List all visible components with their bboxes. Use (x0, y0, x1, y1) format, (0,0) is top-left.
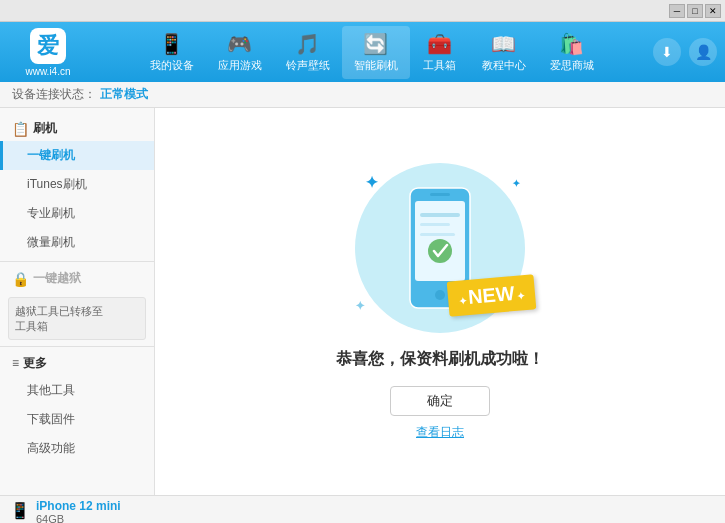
sidebar-item-save-flash[interactable]: 微量刷机 (0, 228, 154, 257)
title-bar: ─ □ ✕ (0, 0, 725, 22)
nav-store-label: 爱思商城 (550, 58, 594, 73)
lock-notice-text: 越狱工具已转移至 工具箱 (15, 304, 139, 335)
download-firmware-label: 下载固件 (27, 412, 75, 426)
jailbreak-lock-notice: 越狱工具已转移至 工具箱 (8, 297, 146, 340)
status-bar: 设备连接状态： 正常模式 (0, 82, 725, 108)
tutorial-icon: 📖 (491, 32, 516, 56)
smart-flash-icon: 🔄 (363, 32, 388, 56)
nav-apps-games-label: 应用游戏 (218, 58, 262, 73)
nav-wallpaper[interactable]: 🎵 铃声壁纸 (274, 26, 342, 79)
device-name: iPhone 12 mini (36, 499, 125, 513)
content-area: ✦ ✦ ✦ (155, 108, 725, 495)
svg-rect-6 (420, 233, 455, 236)
device-storage: 64GB (36, 513, 125, 523)
logo-icon: 爱 (30, 28, 66, 64)
sidebar-item-pro-flash[interactable]: 专业刷机 (0, 199, 154, 228)
new-badge: NEW (447, 274, 536, 316)
more-section-title: 更多 (23, 355, 47, 372)
other-tools-label: 其他工具 (27, 383, 75, 397)
flash-section-icon: 📋 (12, 121, 29, 137)
toolbox-icon: 🧰 (427, 32, 452, 56)
svg-rect-4 (420, 213, 460, 217)
nav-right-buttons: ⬇ 👤 (653, 38, 717, 66)
sparkle-tr: ✦ (512, 178, 520, 189)
window-controls: ─ □ ✕ (669, 4, 721, 18)
itunes-flash-label: iTunes刷机 (27, 177, 87, 191)
illustration: ✦ ✦ ✦ (355, 163, 525, 333)
sidebar-item-download-firmware[interactable]: 下载固件 (0, 405, 154, 434)
nav-items: 📱 我的设备 🎮 应用游戏 🎵 铃声壁纸 🔄 智能刷机 🧰 工具箱 📖 教程中心… (98, 26, 645, 79)
sidebar-divider-1 (0, 261, 154, 262)
sidebar-item-one-key-flash[interactable]: 一键刷机 (0, 141, 154, 170)
sidebar-item-itunes-flash[interactable]: iTunes刷机 (0, 170, 154, 199)
jailbreak-section-title: 一键越狱 (33, 270, 81, 287)
nav-store[interactable]: 🛍️ 爱思商城 (538, 26, 606, 79)
advanced-label: 高级功能 (27, 441, 75, 455)
nav-my-device-label: 我的设备 (150, 58, 194, 73)
one-key-flash-label: 一键刷机 (27, 148, 75, 162)
sidebar-divider-2 (0, 346, 154, 347)
status-label: 设备连接状态： (12, 86, 96, 103)
save-flash-label: 微量刷机 (27, 235, 75, 249)
nav-smart-flash[interactable]: 🔄 智能刷机 (342, 26, 410, 79)
sidebar-section-jailbreak: 🔒 一键越狱 (0, 266, 154, 291)
logo[interactable]: 爱 www.i4.cn (8, 28, 88, 77)
logo-url: www.i4.cn (25, 66, 70, 77)
device-details: iPhone 12 mini 64GB Down-12mini-13,1 (36, 499, 125, 523)
nav-tutorial[interactable]: 📖 教程中心 (470, 26, 538, 79)
main-layout: 📋 刷机 一键刷机 iTunes刷机 专业刷机 微量刷机 🔒 一键越狱 越狱工具… (0, 108, 725, 495)
nav-wallpaper-label: 铃声壁纸 (286, 58, 330, 73)
sidebar: 📋 刷机 一键刷机 iTunes刷机 专业刷机 微量刷机 🔒 一键越狱 越狱工具… (0, 108, 155, 495)
my-device-icon: 📱 (159, 32, 184, 56)
store-icon: 🛍️ (559, 32, 584, 56)
success-text: 恭喜您，保资料刷机成功啦！ (336, 349, 544, 370)
sidebar-section-flash: 📋 刷机 (0, 116, 154, 141)
sidebar-item-advanced[interactable]: 高级功能 (0, 434, 154, 463)
svg-rect-5 (420, 223, 450, 226)
sparkle-tl: ✦ (365, 173, 378, 192)
nav-smart-flash-label: 智能刷机 (354, 58, 398, 73)
sidebar-item-other-tools[interactable]: 其他工具 (0, 376, 154, 405)
close-button[interactable]: ✕ (705, 4, 721, 18)
nav-tutorial-label: 教程中心 (482, 58, 526, 73)
lock-icon: 🔒 (12, 271, 29, 287)
pro-flash-label: 专业刷机 (27, 206, 75, 220)
nav-toolbox-label: 工具箱 (423, 58, 456, 73)
nav-toolbox[interactable]: 🧰 工具箱 (410, 26, 470, 79)
sparkle-bl: ✦ (355, 299, 365, 313)
top-nav: 爱 www.i4.cn 📱 我的设备 🎮 应用游戏 🎵 铃声壁纸 🔄 智能刷机 … (0, 22, 725, 82)
nav-my-device[interactable]: 📱 我的设备 (138, 26, 206, 79)
minimize-button[interactable]: ─ (669, 4, 685, 18)
sidebar-section-more: ≡ 更多 (0, 351, 154, 376)
nav-apps-games[interactable]: 🎮 应用游戏 (206, 26, 274, 79)
more-section-icon: ≡ (12, 356, 19, 370)
flash-section-title: 刷机 (33, 120, 57, 137)
bottom-area: 📱 iPhone 12 mini 64GB Down-12mini-13,1 自… (0, 495, 725, 523)
download-button[interactable]: ⬇ (653, 38, 681, 66)
confirm-button[interactable]: 确定 (390, 386, 490, 416)
apps-games-icon: 🎮 (227, 32, 252, 56)
svg-rect-3 (430, 193, 450, 196)
status-value: 正常模式 (100, 86, 148, 103)
wallpaper-icon: 🎵 (295, 32, 320, 56)
view-log-link[interactable]: 查看日志 (416, 424, 464, 441)
user-button[interactable]: 👤 (689, 38, 717, 66)
device-info-row: 📱 iPhone 12 mini 64GB Down-12mini-13,1 (0, 496, 725, 523)
device-phone-icon: 📱 (10, 501, 30, 520)
phone-circle: ✦ ✦ ✦ (355, 163, 525, 333)
svg-point-7 (428, 239, 452, 263)
svg-point-2 (435, 290, 445, 300)
restore-button[interactable]: □ (687, 4, 703, 18)
